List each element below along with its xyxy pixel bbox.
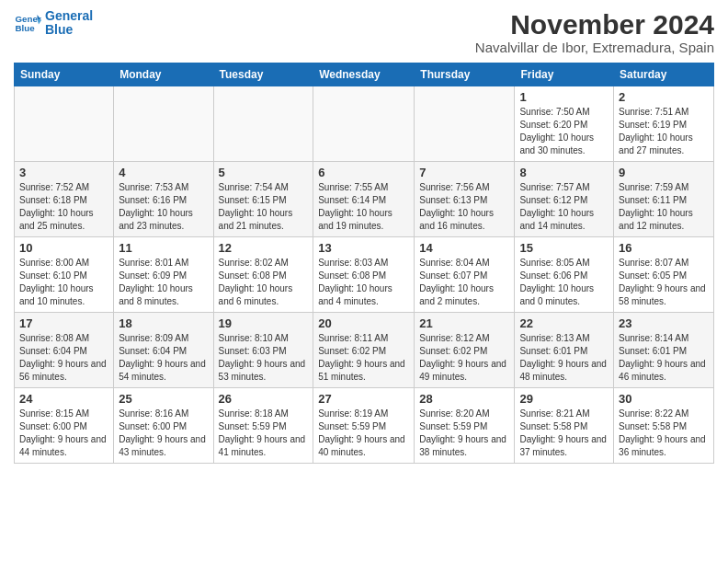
calendar-week-row: 1Sunrise: 7:50 AM Sunset: 6:20 PM Daylig… [15, 86, 714, 162]
calendar-cell: 26Sunrise: 8:18 AM Sunset: 5:59 PM Dayli… [213, 388, 313, 464]
logo: General Blue General Blue [14, 9, 93, 38]
day-number: 10 [19, 241, 108, 255]
calendar-cell: 9Sunrise: 7:59 AM Sunset: 6:11 PM Daylig… [614, 162, 714, 237]
calendar-cell: 5Sunrise: 7:54 AM Sunset: 6:15 PM Daylig… [213, 162, 313, 237]
day-info: Sunrise: 8:01 AM Sunset: 6:09 PM Dayligh… [119, 257, 208, 308]
calendar-cell [415, 86, 515, 162]
day-info: Sunrise: 8:13 AM Sunset: 6:01 PM Dayligh… [519, 332, 609, 384]
calendar-cell: 24Sunrise: 8:15 AM Sunset: 6:00 PM Dayli… [15, 388, 114, 464]
calendar-cell: 20Sunrise: 8:11 AM Sunset: 6:02 PM Dayli… [313, 313, 415, 388]
logo-icon: General Blue [14, 9, 41, 37]
day-number: 28 [419, 392, 509, 406]
calendar-cell: 15Sunrise: 8:05 AM Sunset: 6:06 PM Dayli… [515, 237, 614, 313]
day-number: 6 [318, 166, 409, 179]
logo-line2: Blue [45, 23, 93, 37]
day-number: 24 [19, 392, 108, 406]
calendar-cell: 3Sunrise: 7:52 AM Sunset: 6:18 PM Daylig… [15, 162, 114, 237]
day-info: Sunrise: 7:55 AM Sunset: 6:14 PM Dayligh… [318, 181, 409, 233]
calendar-title: November 2024 [475, 9, 714, 40]
day-number: 19 [219, 316, 309, 330]
day-info: Sunrise: 8:20 AM Sunset: 5:59 PM Dayligh… [419, 408, 509, 459]
day-info: Sunrise: 7:59 AM Sunset: 6:11 PM Dayligh… [619, 181, 709, 233]
day-number: 23 [619, 316, 709, 330]
day-number: 18 [119, 316, 208, 330]
calendar-cell [213, 86, 313, 162]
day-number: 27 [318, 392, 409, 406]
day-info: Sunrise: 8:10 AM Sunset: 6:03 PM Dayligh… [219, 332, 309, 384]
calendar-table: SundayMondayTuesdayWednesdayThursdayFrid… [14, 63, 714, 464]
calendar-cell: 11Sunrise: 8:01 AM Sunset: 6:09 PM Dayli… [114, 237, 213, 313]
calendar-cell: 23Sunrise: 8:14 AM Sunset: 6:01 PM Dayli… [614, 313, 714, 388]
day-info: Sunrise: 8:14 AM Sunset: 6:01 PM Dayligh… [619, 332, 709, 384]
day-number: 25 [119, 392, 208, 406]
day-info: Sunrise: 8:22 AM Sunset: 5:58 PM Dayligh… [619, 408, 709, 459]
calendar-cell [313, 86, 415, 162]
calendar-week-row: 24Sunrise: 8:15 AM Sunset: 6:00 PM Dayli… [15, 388, 714, 464]
calendar-week-row: 10Sunrise: 8:00 AM Sunset: 6:10 PM Dayli… [15, 237, 714, 313]
day-info: Sunrise: 8:02 AM Sunset: 6:08 PM Dayligh… [219, 257, 309, 308]
day-info: Sunrise: 8:05 AM Sunset: 6:06 PM Dayligh… [519, 257, 609, 308]
logo-line1: General [45, 9, 93, 23]
weekday-header: Tuesday [213, 63, 313, 86]
day-info: Sunrise: 8:03 AM Sunset: 6:08 PM Dayligh… [318, 257, 409, 308]
day-info: Sunrise: 7:56 AM Sunset: 6:13 PM Dayligh… [419, 181, 509, 233]
svg-text:Blue: Blue [16, 23, 36, 33]
calendar-cell: 18Sunrise: 8:09 AM Sunset: 6:04 PM Dayli… [114, 313, 213, 388]
day-info: Sunrise: 7:52 AM Sunset: 6:18 PM Dayligh… [19, 181, 108, 233]
calendar-cell: 28Sunrise: 8:20 AM Sunset: 5:59 PM Dayli… [415, 388, 515, 464]
day-info: Sunrise: 8:19 AM Sunset: 5:59 PM Dayligh… [318, 408, 409, 459]
calendar-subtitle: Navalvillar de Ibor, Extremadura, Spain [475, 40, 714, 55]
day-number: 5 [219, 166, 309, 179]
weekday-header: Saturday [614, 63, 714, 86]
header: General Blue General Blue November 2024 … [14, 9, 714, 55]
day-number: 30 [619, 392, 709, 406]
calendar-cell [15, 86, 114, 162]
calendar-cell [114, 86, 213, 162]
calendar-cell: 21Sunrise: 8:12 AM Sunset: 6:02 PM Dayli… [415, 313, 515, 388]
calendar-cell: 17Sunrise: 8:08 AM Sunset: 6:04 PM Dayli… [15, 313, 114, 388]
calendar-cell: 14Sunrise: 8:04 AM Sunset: 6:07 PM Dayli… [415, 237, 515, 313]
calendar-cell: 25Sunrise: 8:16 AM Sunset: 6:00 PM Dayli… [114, 388, 213, 464]
day-info: Sunrise: 8:15 AM Sunset: 6:00 PM Dayligh… [19, 408, 108, 459]
day-number: 29 [519, 392, 609, 406]
day-number: 15 [519, 241, 609, 255]
day-number: 8 [519, 166, 609, 179]
day-info: Sunrise: 8:07 AM Sunset: 6:05 PM Dayligh… [619, 257, 709, 308]
day-info: Sunrise: 8:00 AM Sunset: 6:10 PM Dayligh… [19, 257, 108, 308]
day-info: Sunrise: 7:51 AM Sunset: 6:19 PM Dayligh… [619, 106, 709, 157]
weekday-header: Monday [114, 63, 213, 86]
day-number: 7 [419, 166, 509, 179]
calendar-cell: 10Sunrise: 8:00 AM Sunset: 6:10 PM Dayli… [15, 237, 114, 313]
day-number: 2 [619, 90, 709, 104]
title-area: November 2024 Navalvillar de Ibor, Extre… [475, 9, 714, 55]
day-info: Sunrise: 8:09 AM Sunset: 6:04 PM Dayligh… [119, 332, 208, 384]
day-info: Sunrise: 8:08 AM Sunset: 6:04 PM Dayligh… [19, 332, 108, 384]
calendar-cell: 4Sunrise: 7:53 AM Sunset: 6:16 PM Daylig… [114, 162, 213, 237]
day-number: 17 [19, 316, 108, 330]
day-number: 26 [219, 392, 309, 406]
calendar-week-row: 3Sunrise: 7:52 AM Sunset: 6:18 PM Daylig… [15, 162, 714, 237]
day-number: 22 [519, 316, 609, 330]
calendar-cell: 19Sunrise: 8:10 AM Sunset: 6:03 PM Dayli… [213, 313, 313, 388]
day-info: Sunrise: 8:12 AM Sunset: 6:02 PM Dayligh… [419, 332, 509, 384]
calendar-header-row: SundayMondayTuesdayWednesdayThursdayFrid… [15, 63, 714, 86]
day-info: Sunrise: 8:04 AM Sunset: 6:07 PM Dayligh… [419, 257, 509, 308]
day-number: 20 [318, 316, 409, 330]
calendar-cell: 22Sunrise: 8:13 AM Sunset: 6:01 PM Dayli… [515, 313, 614, 388]
day-info: Sunrise: 7:53 AM Sunset: 6:16 PM Dayligh… [119, 181, 208, 233]
day-number: 1 [519, 90, 609, 104]
calendar-week-row: 17Sunrise: 8:08 AM Sunset: 6:04 PM Dayli… [15, 313, 714, 388]
calendar-cell: 12Sunrise: 8:02 AM Sunset: 6:08 PM Dayli… [213, 237, 313, 313]
calendar-cell: 30Sunrise: 8:22 AM Sunset: 5:58 PM Dayli… [614, 388, 714, 464]
calendar-cell: 13Sunrise: 8:03 AM Sunset: 6:08 PM Dayli… [313, 237, 415, 313]
day-number: 9 [619, 166, 709, 179]
calendar-cell: 27Sunrise: 8:19 AM Sunset: 5:59 PM Dayli… [313, 388, 415, 464]
day-info: Sunrise: 7:54 AM Sunset: 6:15 PM Dayligh… [219, 181, 309, 233]
calendar-cell: 8Sunrise: 7:57 AM Sunset: 6:12 PM Daylig… [515, 162, 614, 237]
calendar-cell: 7Sunrise: 7:56 AM Sunset: 6:13 PM Daylig… [415, 162, 515, 237]
weekday-header: Thursday [415, 63, 515, 86]
day-number: 4 [119, 166, 208, 179]
day-info: Sunrise: 8:21 AM Sunset: 5:58 PM Dayligh… [519, 408, 609, 459]
day-info: Sunrise: 8:11 AM Sunset: 6:02 PM Dayligh… [318, 332, 409, 384]
day-info: Sunrise: 8:18 AM Sunset: 5:59 PM Dayligh… [219, 408, 309, 459]
